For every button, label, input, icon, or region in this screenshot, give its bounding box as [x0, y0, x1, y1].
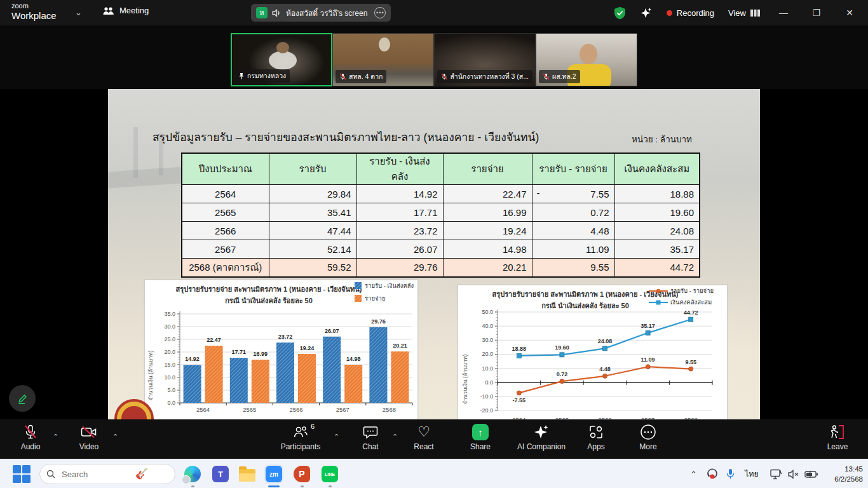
- workspace-chevron-down-icon[interactable]: ⌄: [75, 8, 82, 17]
- clock-time: 13:45: [825, 464, 863, 475]
- point-value-label: 11.09: [641, 356, 655, 363]
- video-thumbnail[interactable]: ผส.ทล.2: [536, 33, 637, 86]
- line-chart-svg: -20.0-10.00.010.020.030.040.050.0-7.550.…: [458, 285, 728, 419]
- participant-name: สทล. 4 ตาก: [349, 71, 383, 82]
- security-shield-icon[interactable]: [614, 6, 626, 20]
- share-button[interactable]: ↑ Share: [461, 424, 499, 451]
- running-indicator: [329, 485, 332, 487]
- table-cell: 29.76: [356, 259, 443, 277]
- taskbar-app-zoom[interactable]: zm: [264, 464, 283, 484]
- react-button[interactable]: ♡ React: [405, 424, 443, 451]
- table-cell: 11.09: [532, 240, 614, 259]
- y-tick-label: -10.0: [480, 393, 493, 400]
- table-cell: 47.44: [269, 222, 356, 240]
- speaker-icon: [272, 9, 281, 17]
- taskbar-app-file-explorer[interactable]: [238, 464, 257, 484]
- y-tick-label: 50.0: [482, 309, 493, 315]
- monitor-pen-icon: [770, 469, 782, 480]
- video-thumbnail[interactable]: สำนักงานทางหลวงที่ 3 (ส...: [434, 33, 536, 86]
- language-label: ไทย: [745, 468, 759, 480]
- ai-companion-sparkle-icon[interactable]: [640, 6, 653, 19]
- tray-hidden-icons[interactable]: ⌃: [690, 459, 697, 488]
- leave-door-icon: [829, 424, 846, 440]
- taskbar-app-powerpoint[interactable]: P: [292, 464, 311, 484]
- participants-count-badge: 6: [311, 423, 315, 430]
- table-cell: 20.21: [443, 259, 532, 277]
- ai-companion-button[interactable]: AI Companion: [506, 424, 576, 451]
- video-options-chevron-icon[interactable]: ⌃: [112, 433, 118, 441]
- shared-screen-title: ห้องสวัสดิ์ วรวิถี's screen: [286, 7, 367, 19]
- participant-name: กรมทางหลวง: [247, 71, 286, 81]
- y-tick-label: 30.0: [164, 323, 175, 330]
- point-value-label: 44.72: [684, 309, 698, 316]
- leave-button[interactable]: Leave: [817, 424, 858, 451]
- taskbar-app-line[interactable]: LINE: [320, 464, 339, 484]
- tray-volume[interactable]: [788, 459, 799, 488]
- camera-muted-icon: [81, 426, 97, 438]
- tray-mic-icon: [726, 468, 735, 480]
- apps-button[interactable]: Apps: [577, 424, 615, 451]
- audio-options-chevron-icon[interactable]: ⌃: [53, 433, 58, 441]
- table-cell: 35.41: [269, 203, 356, 222]
- bar-value-label: 19.24: [300, 345, 315, 351]
- tab-meeting-label: Meeting: [119, 6, 149, 15]
- search-highlight-doodle[interactable]: 🎸: [135, 469, 148, 479]
- taskbar-search[interactable]: 🎸: [39, 464, 175, 484]
- participants-chevron-icon[interactable]: ⌃: [334, 433, 339, 441]
- view-button[interactable]: View: [728, 8, 760, 18]
- tray-clock[interactable]: 13:45 6/2/2568: [825, 459, 863, 488]
- clock-date: 6/2/2568: [825, 475, 863, 485]
- tab-meeting[interactable]: Meeting: [103, 6, 149, 15]
- video-thumbnail[interactable]: สทล. 4 ตาก: [332, 33, 434, 86]
- annotate-button[interactable]: [9, 385, 36, 412]
- video-thumbnail-active-speaker[interactable]: กรมทางหลวง: [231, 33, 332, 86]
- heart-icon: ♡: [417, 424, 430, 440]
- legend-label: รายจ่าย: [365, 295, 385, 302]
- chat-chevron-icon[interactable]: ⌃: [392, 433, 398, 441]
- tray-display[interactable]: [770, 459, 782, 488]
- point-value-label: -7.55: [513, 397, 526, 403]
- participants-button[interactable]: 6 ⌃ Participants: [273, 424, 328, 451]
- bar-value-label: 26.07: [325, 328, 339, 334]
- view-label: View: [728, 8, 746, 18]
- pill-more-icon[interactable]: •••: [374, 7, 386, 18]
- chat-bubble-icon: [363, 425, 378, 439]
- audio-button[interactable]: ⌃ Audio: [10, 424, 51, 451]
- participants-icon: [293, 425, 308, 439]
- close-button[interactable]: ✕: [840, 8, 859, 18]
- video-button[interactable]: ⌃ Video: [69, 424, 109, 451]
- taskbar-app-edge[interactable]: [183, 464, 202, 484]
- point-value-label: 35.17: [641, 323, 655, 329]
- edge-profile-avatar: [182, 475, 191, 484]
- language-indicator[interactable]: ไทย: [745, 459, 759, 488]
- y-tick-label: 20.0: [164, 349, 175, 355]
- y-tick-label: 10.0: [482, 365, 493, 372]
- tray-screen-record[interactable]: [707, 459, 719, 488]
- table-cell: 14.92: [356, 185, 443, 203]
- tray-battery[interactable]: [804, 459, 818, 488]
- share-label: Share: [470, 442, 491, 451]
- taskbar-app-teams[interactable]: T: [211, 464, 230, 484]
- chat-button[interactable]: ⌃ Chat: [349, 424, 391, 451]
- table-cell: 59.52: [269, 259, 356, 277]
- table-cell: 24.08: [614, 222, 700, 240]
- running-indicator: [301, 485, 304, 487]
- table-header-cell: รายจ่าย: [443, 153, 532, 185]
- audio-label: Audio: [21, 442, 41, 451]
- tray-microphone[interactable]: [726, 459, 735, 488]
- table-cell: 22.47: [443, 185, 532, 203]
- minimize-button[interactable]: —: [774, 8, 793, 18]
- shared-screen-pill[interactable]: ห ห้องสวัสดิ์ วรวิถี's screen •••: [251, 4, 391, 22]
- participant-figure: [269, 51, 297, 70]
- table-cell: 4.48: [532, 222, 614, 240]
- more-button[interactable]: More: [629, 424, 667, 451]
- restore-button[interactable]: ❐: [807, 8, 826, 18]
- recording-indicator[interactable]: Recording: [667, 8, 714, 18]
- table-cell: 2565: [182, 203, 269, 222]
- table-row: 256752.1426.0714.9811.0935.17: [182, 240, 700, 259]
- running-indicator: [191, 485, 194, 487]
- search-input[interactable]: [60, 469, 130, 480]
- table-cell: 19.24: [443, 222, 532, 240]
- y-tick-label: 15.0: [164, 362, 175, 368]
- start-button[interactable]: [13, 465, 31, 483]
